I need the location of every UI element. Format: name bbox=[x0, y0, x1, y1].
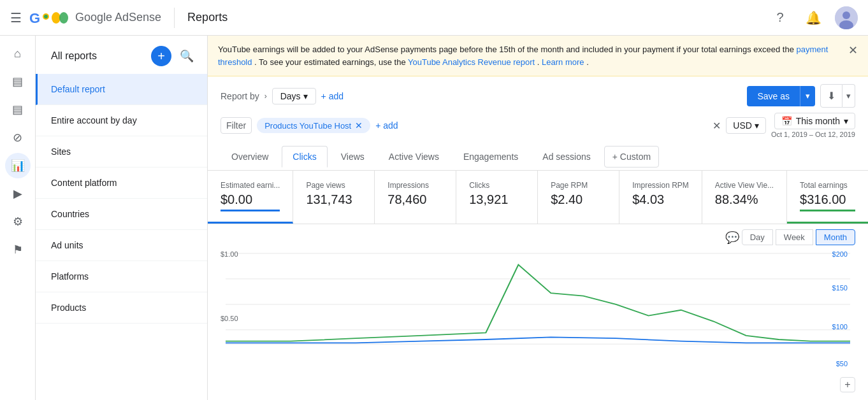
calendar-icon: 📅 bbox=[781, 116, 792, 126]
sidebar-icon-block[interactable]: ⊘ bbox=[5, 125, 31, 150]
main-layout: ⌂ ▤ ▤ ⊘ 📊 ▶ ⚙ ⚑ All reports + 🔍 Default … bbox=[0, 36, 868, 400]
sidebar-icon-feedback[interactable]: ⚑ bbox=[5, 237, 31, 262]
chart-y-label-50: $50 bbox=[836, 360, 848, 368]
chart-y-label-100: $100 bbox=[832, 323, 848, 331]
filter-bar: Filter Products YouTube Host ✕ + add ✕ U… bbox=[208, 108, 868, 143]
google-logo-icon: G bbox=[29, 10, 52, 25]
sidebar-item-countries[interactable]: Countries bbox=[36, 199, 207, 230]
notice-text-part3: . bbox=[537, 57, 542, 67]
notice-close-button[interactable]: ✕ bbox=[848, 43, 858, 57]
download-button[interactable]: ⬇ bbox=[820, 84, 843, 108]
sidebar-item-ad-units[interactable]: Ad units bbox=[36, 230, 207, 261]
learn-more-link[interactable]: Learn more bbox=[542, 57, 584, 67]
metric-total-earnings-value: $316.00 bbox=[800, 192, 855, 207]
avatar[interactable] bbox=[835, 6, 858, 29]
notification-icon[interactable]: 🔔 bbox=[802, 6, 825, 29]
sidebar-item-platforms[interactable]: Platforms bbox=[36, 261, 207, 292]
metric-impression-rpm[interactable]: Impression RPM $4.03 bbox=[619, 171, 702, 224]
metric-page-views-label: Page views bbox=[306, 181, 361, 190]
sidebar-icon-pages[interactable]: ▤ bbox=[5, 97, 31, 122]
left-nav: All reports + 🔍 Default report Entire ac… bbox=[36, 36, 208, 400]
user-avatar-icon bbox=[835, 6, 858, 29]
sidebar-item-products[interactable]: Products bbox=[36, 292, 207, 324]
currency-dropdown[interactable]: USD ▾ bbox=[726, 117, 766, 134]
sidebar-item-content-platform[interactable]: Content platform bbox=[36, 168, 207, 199]
sidebar-item-default-report[interactable]: Default report bbox=[36, 74, 207, 105]
date-subtitle: Oct 1, 2019 – Oct 12, 2019 bbox=[771, 131, 855, 138]
metric-page-rpm-value: $2.40 bbox=[551, 192, 606, 207]
tab-views[interactable]: Views bbox=[330, 146, 375, 168]
filter-right: ✕ USD ▾ 📅 This month ▾ Oct 1, 2019 – Oct… bbox=[712, 113, 855, 138]
tab-overview[interactable]: Overview bbox=[221, 146, 279, 168]
sidebar-icon-analytics[interactable]: 📊 bbox=[5, 153, 31, 178]
custom-tab-label: + Custom bbox=[612, 152, 651, 162]
metric-page-rpm[interactable]: Page RPM $2.40 bbox=[538, 171, 619, 224]
metric-clicks-value: 13,921 bbox=[469, 192, 524, 207]
logo[interactable]: G Google AdSense bbox=[29, 10, 161, 25]
topbar-right: ? 🔔 bbox=[769, 6, 858, 29]
svg-text:G: G bbox=[29, 10, 40, 25]
notice-banner: YouTube earnings will be added to your A… bbox=[208, 36, 868, 76]
youtube-revenue-link[interactable]: YouTube Analytics Revenue report bbox=[408, 57, 535, 67]
tabs-bar: Overview Clicks Views Active Views Engag… bbox=[208, 143, 868, 171]
add-dimension-link[interactable]: + add bbox=[321, 91, 344, 101]
sidebar-icon-home[interactable]: ⌂ bbox=[5, 41, 31, 66]
tab-ad-sessions[interactable]: Ad sessions bbox=[532, 146, 601, 168]
search-reports-button[interactable]: 🔍 bbox=[177, 46, 197, 66]
chart-add-button[interactable]: + bbox=[840, 377, 855, 392]
metric-estimated-earnings[interactable]: Estimated earni... $0.00 bbox=[208, 171, 293, 224]
sidebar-icon-video[interactable]: ▶ bbox=[5, 181, 31, 206]
chart-period-day-button[interactable]: Day bbox=[742, 229, 773, 245]
report-by-chevron: › bbox=[264, 92, 267, 101]
report-header: Report by › Days ▾ + add Save as ▾ ⬇ ▾ bbox=[208, 76, 868, 108]
report-by-label: Report by bbox=[221, 91, 259, 101]
metric-impressions[interactable]: Impressions 78,460 bbox=[375, 171, 456, 224]
metric-active-view[interactable]: Active View Vie... 88.34% bbox=[702, 171, 787, 224]
svg-point-4 bbox=[52, 12, 61, 24]
download-group: ⬇ ▾ bbox=[820, 84, 855, 108]
metric-clicks-label: Clicks bbox=[469, 181, 524, 190]
days-label: Days bbox=[280, 91, 301, 101]
metric-page-views[interactable]: Page views 131,743 bbox=[293, 171, 375, 224]
tab-active-views[interactable]: Active Views bbox=[378, 146, 450, 168]
tab-custom-button[interactable]: + Custom bbox=[604, 146, 659, 168]
tab-engagements[interactable]: Engagements bbox=[452, 146, 529, 168]
add-filter-link[interactable]: + add bbox=[375, 120, 398, 131]
metric-total-earnings[interactable]: Total earnings $316.00 bbox=[787, 171, 868, 224]
save-as-group: Save as ▾ bbox=[747, 86, 815, 106]
download-dropdown-button[interactable]: ▾ bbox=[843, 84, 855, 108]
filter-label[interactable]: Filter bbox=[221, 117, 252, 134]
left-nav-title: All reports bbox=[51, 50, 97, 62]
menu-icon[interactable]: ☰ bbox=[10, 10, 22, 25]
filter-chip-close-button[interactable]: ✕ bbox=[355, 120, 363, 131]
chart-y-label-200: $200 bbox=[832, 250, 848, 258]
sidebar-icon-reports[interactable]: ▤ bbox=[5, 69, 31, 94]
filter-clear-button[interactable]: ✕ bbox=[712, 120, 721, 132]
sidebar-icon-settings[interactable]: ⚙ bbox=[5, 209, 31, 234]
save-as-button[interactable]: Save as bbox=[747, 86, 800, 106]
add-report-button[interactable]: + bbox=[151, 46, 171, 66]
app-name: Google AdSense bbox=[75, 11, 161, 24]
filter-chip-text: Products YouTube Host bbox=[264, 121, 351, 131]
date-range-button[interactable]: 📅 This month ▾ bbox=[774, 113, 855, 129]
days-dropdown[interactable]: Days ▾ bbox=[272, 88, 316, 104]
save-as-dropdown-button[interactable]: ▾ bbox=[800, 86, 815, 106]
notice-text: YouTube earnings will be added to your A… bbox=[218, 43, 841, 68]
left-nav-actions: + 🔍 bbox=[151, 46, 197, 66]
content-area: YouTube earnings will be added to your A… bbox=[208, 36, 868, 400]
metric-selected-indicator bbox=[221, 210, 280, 211]
chart-period-week-button[interactable]: Week bbox=[776, 229, 813, 245]
metric-clicks[interactable]: Clicks 13,921 bbox=[456, 171, 538, 224]
help-icon[interactable]: ? bbox=[769, 6, 792, 29]
comment-icon[interactable]: 💬 bbox=[725, 231, 739, 245]
metric-impression-rpm-label: Impression RPM bbox=[632, 181, 689, 190]
tab-clicks[interactable]: Clicks bbox=[282, 146, 327, 168]
metric-impression-rpm-value: $4.03 bbox=[632, 192, 689, 207]
svg-point-7 bbox=[843, 11, 850, 19]
sidebar-item-entire-account[interactable]: Entire account by day bbox=[36, 105, 207, 136]
chart-period-month-button[interactable]: Month bbox=[816, 229, 855, 245]
page-title: Reports bbox=[187, 11, 228, 24]
notice-text-part4: . bbox=[586, 57, 589, 67]
report-actions: Save as ▾ ⬇ ▾ bbox=[747, 84, 855, 108]
sidebar-item-sites[interactable]: Sites bbox=[36, 136, 207, 168]
